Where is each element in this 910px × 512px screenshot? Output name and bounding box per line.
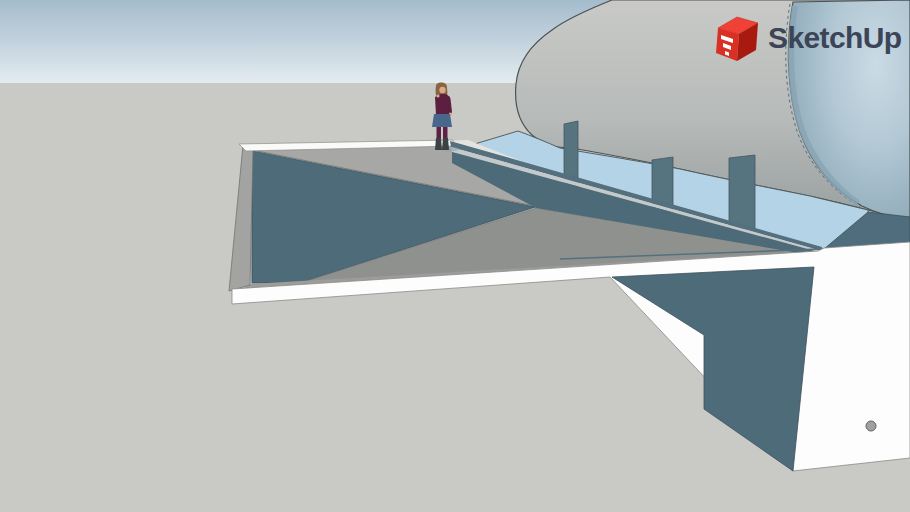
figure-face <box>439 87 445 93</box>
figure-arm <box>449 99 451 112</box>
figure-skirt <box>432 114 452 127</box>
figure-boot <box>435 138 442 150</box>
support-post <box>729 155 755 230</box>
figure-hand-raised <box>436 94 439 97</box>
figure-shadow <box>439 147 459 152</box>
figure-boot <box>442 138 449 150</box>
model-viewport-canvas[interactable] <box>0 0 910 512</box>
figure-leg <box>437 127 442 139</box>
sketchup-viewer: SketchUp <box>0 0 910 512</box>
figure-leg <box>443 127 448 139</box>
wall-hole <box>866 421 876 431</box>
